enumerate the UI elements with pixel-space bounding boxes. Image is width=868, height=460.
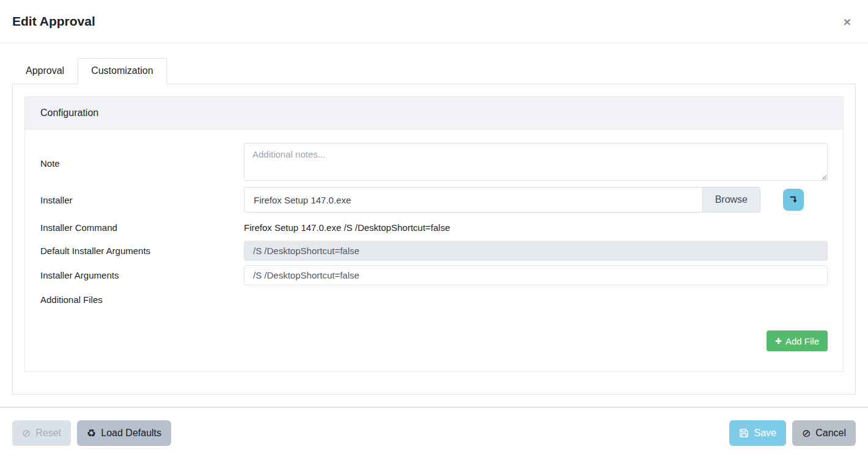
form-row-note: Note bbox=[40, 143, 828, 183]
form-row-additional-files: Additional Files bbox=[40, 294, 828, 305]
tab-approval[interactable]: Approval bbox=[12, 58, 78, 84]
add-file-row: ✚ Add File bbox=[40, 330, 828, 351]
save-label: Save bbox=[754, 428, 776, 439]
configuration-title: Configuration bbox=[40, 108, 98, 118]
close-button[interactable]: × bbox=[840, 14, 855, 29]
configuration-card-body: Note Installer Browse bbox=[25, 130, 843, 371]
add-file-button[interactable]: ✚ Add File bbox=[767, 330, 828, 351]
load-defaults-label: Load Defaults bbox=[101, 428, 161, 439]
default-installer-arguments-label: Default Installer Arguments bbox=[40, 246, 244, 256]
installer-label: Installer bbox=[40, 195, 244, 205]
installer-input[interactable] bbox=[245, 188, 702, 212]
tab-customization[interactable]: Customization bbox=[78, 58, 166, 84]
installer-input-group: Browse bbox=[244, 187, 760, 213]
move-installer-button[interactable] bbox=[783, 189, 804, 211]
installer-command-label: Installer Command bbox=[40, 222, 244, 233]
footer-left-buttons: ⊘ Reset ♻ Load Defaults bbox=[12, 420, 171, 446]
add-file-label: Add File bbox=[785, 336, 819, 346]
edit-approval-modal: Edit Approval × Approval Customization C… bbox=[0, 0, 868, 459]
load-defaults-button[interactable]: ♻ Load Defaults bbox=[77, 420, 171, 446]
form-row-installer-arguments: Installer Arguments bbox=[40, 265, 828, 285]
cancel-label: Cancel bbox=[815, 428, 846, 439]
configuration-card: Configuration Note Installer Br bbox=[24, 97, 844, 372]
configuration-card-header: Configuration bbox=[25, 97, 843, 130]
modal-title: Edit Approval bbox=[12, 14, 95, 29]
plus-icon: ✚ bbox=[775, 337, 782, 346]
level-down-icon bbox=[789, 195, 798, 205]
form-row-default-installer-arguments: Default Installer Arguments bbox=[40, 241, 828, 261]
installer-command-value: Firefox Setup 147.0.exe /S /DesktopShort… bbox=[244, 222, 450, 233]
tab-bar: Approval Customization bbox=[12, 58, 856, 84]
modal-header: Edit Approval × bbox=[0, 0, 868, 43]
reset-label: Reset bbox=[35, 428, 61, 439]
ban-icon: ⊘ bbox=[802, 428, 811, 439]
close-icon: × bbox=[844, 15, 851, 29]
modal-footer: ⊘ Reset ♻ Load Defaults Save ⊘ Cancel bbox=[0, 407, 868, 459]
save-button[interactable]: Save bbox=[729, 420, 785, 446]
cancel-button[interactable]: ⊘ Cancel bbox=[792, 420, 856, 446]
note-label: Note bbox=[40, 158, 244, 169]
additional-files-label: Additional Files bbox=[40, 294, 244, 305]
reset-button[interactable]: ⊘ Reset bbox=[12, 420, 71, 446]
save-icon bbox=[739, 428, 749, 438]
ban-icon: ⊘ bbox=[22, 428, 31, 439]
footer-right-buttons: Save ⊘ Cancel bbox=[729, 420, 856, 446]
installer-arguments-label: Installer Arguments bbox=[40, 270, 244, 280]
form-row-installer: Installer Browse bbox=[40, 187, 828, 213]
default-installer-arguments-input bbox=[244, 241, 828, 261]
note-textarea[interactable] bbox=[244, 143, 828, 181]
browse-button[interactable]: Browse bbox=[702, 188, 760, 212]
form-row-installer-command: Installer Command Firefox Setup 147.0.ex… bbox=[40, 222, 828, 233]
tab-panel-customization: Configuration Note Installer Br bbox=[12, 84, 856, 395]
recycle-icon: ♻ bbox=[87, 428, 96, 439]
installer-arguments-input[interactable] bbox=[244, 265, 828, 285]
